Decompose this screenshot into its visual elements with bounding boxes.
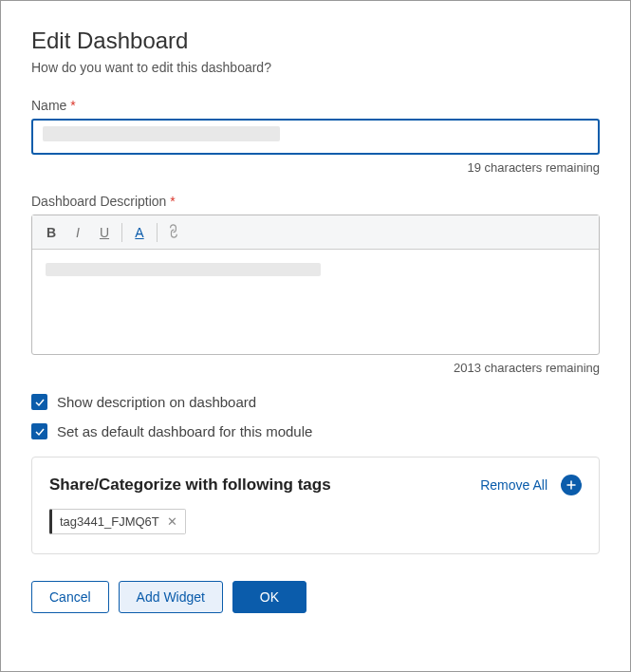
name-label: Name * [31, 98, 600, 113]
name-input[interactable]: . [31, 119, 600, 155]
show-description-label: Show description on dashboard [57, 394, 256, 410]
name-value-redacted: . [43, 126, 280, 141]
dialog-subtitle: How do you want to edit this dashboard? [31, 60, 600, 75]
description-editor: B I U A . [31, 215, 600, 355]
link-button[interactable] [161, 219, 188, 246]
remove-all-link[interactable]: Remove All [480, 477, 547, 493]
cancel-button[interactable]: Cancel [31, 581, 109, 613]
tag-remove-icon[interactable]: ✕ [167, 514, 177, 529]
add-tag-button[interactable] [561, 475, 582, 495]
dialog-title: Edit Dashboard [31, 28, 600, 54]
ok-button[interactable]: OK [232, 581, 306, 613]
button-row: Cancel Add Widget OK [31, 581, 600, 613]
description-remaining: 2013 characters remaining [31, 361, 600, 375]
default-dashboard-row: Set as default dashboard for this module [31, 423, 600, 439]
text-color-button[interactable]: A [126, 219, 153, 246]
name-remaining: 19 characters remaining [31, 160, 600, 175]
link-icon [164, 222, 185, 243]
tag-label: tag3441_FJMQ6T [60, 514, 159, 529]
tags-header: Share/Categorize with following tags Rem… [49, 475, 582, 495]
tag-chip: tag3441_FJMQ6T ✕ [49, 509, 186, 534]
plus-icon [566, 479, 577, 491]
description-textarea[interactable]: . [32, 250, 599, 354]
tags-panel: Share/Categorize with following tags Rem… [31, 457, 600, 554]
tags-title: Share/Categorize with following tags [49, 476, 331, 495]
richtext-toolbar: B I U A [32, 215, 599, 250]
required-asterisk: * [70, 98, 75, 113]
underline-button[interactable]: U [91, 219, 118, 246]
default-dashboard-label: Set as default dashboard for this module [57, 423, 312, 439]
description-value-redacted: . [46, 263, 321, 276]
show-description-row: Show description on dashboard [31, 394, 600, 410]
bold-button[interactable]: B [38, 219, 65, 246]
italic-button[interactable]: I [65, 219, 91, 246]
tags-actions: Remove All [480, 475, 582, 495]
description-label: Dashboard Description * [31, 194, 600, 209]
required-asterisk: * [170, 194, 175, 209]
add-widget-button[interactable]: Add Widget [119, 581, 223, 613]
default-dashboard-checkbox[interactable] [31, 423, 47, 439]
toolbar-divider [157, 223, 158, 242]
toolbar-divider [121, 223, 122, 242]
show-description-checkbox[interactable] [31, 394, 47, 410]
